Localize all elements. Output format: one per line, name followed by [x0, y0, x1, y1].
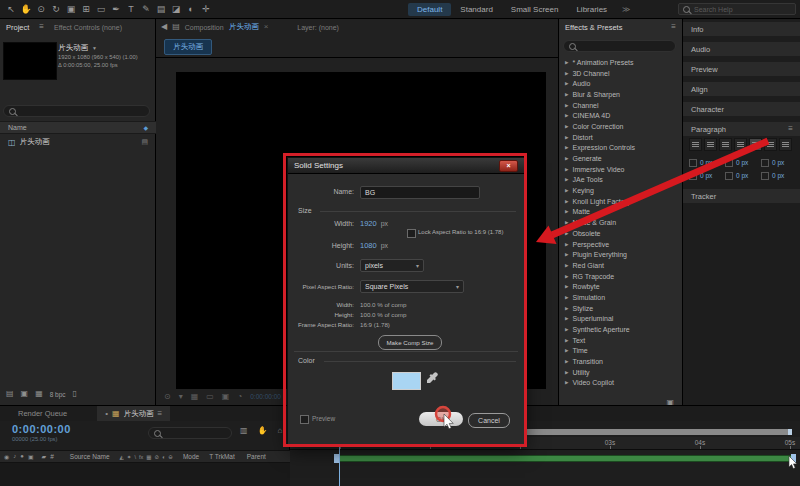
effects-category-row[interactable]: ▶ Simulation [559, 292, 683, 303]
current-timecode[interactable]: 0:00:00:00 [12, 423, 71, 435]
expand-arrow-icon[interactable]: ▶ [565, 156, 568, 161]
paragraph-indent-field[interactable]: 0 px [761, 159, 797, 167]
expand-arrow-icon[interactable]: ▶ [565, 220, 568, 225]
expand-arrow-icon[interactable]: ▶ [565, 327, 568, 332]
effects-category-row[interactable]: ▶ Generate [559, 153, 683, 164]
align-left-button[interactable] [689, 138, 702, 151]
paragraph-indent-field[interactable]: 0 px [689, 172, 725, 180]
lock-icon[interactable]: ▣ [28, 453, 34, 460]
panel-menu-icon[interactable]: ≡ [158, 410, 163, 418]
effects-category-row[interactable]: ▶ CINEMA 4D [559, 110, 683, 121]
tab-render-queue[interactable]: Render Queue [18, 409, 67, 418]
region-of-interest-icon[interactable]: ▭ [206, 393, 214, 401]
close-button[interactable]: × [499, 160, 518, 172]
collapse-panel-icon[interactable]: ◀ [161, 23, 167, 31]
effects-category-row[interactable]: ▶ Distort [559, 132, 683, 143]
column-index[interactable]: # [50, 453, 54, 460]
make-comp-size-button[interactable]: Make Comp Size [378, 335, 442, 350]
panel-header[interactable]: Audio [683, 42, 800, 56]
name-field[interactable]: BG [360, 186, 480, 199]
effects-category-row[interactable]: ▶ Obsolete [559, 228, 683, 239]
new-composition-icon[interactable]: ▦ [35, 390, 43, 398]
frame-blending-master-icon[interactable]: ⌂ [278, 427, 283, 435]
justify-all-button[interactable] [779, 138, 792, 151]
pen-tool-icon[interactable]: ✒ [109, 2, 123, 16]
adjustment-layer-icon[interactable]: ◐ [162, 454, 165, 460]
work-area-end-handle[interactable] [788, 429, 792, 435]
expand-arrow-icon[interactable]: ▶ [565, 135, 568, 140]
new-folder-icon[interactable]: ▣ [21, 390, 29, 398]
shape-tool-icon[interactable]: ▭ [94, 2, 108, 16]
effects-category-row[interactable]: ▶ Expression Controls [559, 143, 683, 154]
effects-category-row[interactable]: ▶ Audio [559, 78, 683, 89]
effects-category-row[interactable]: ▶ Color Correction [559, 121, 683, 132]
viewer-dropdown-icon[interactable]: ▾ [179, 393, 183, 401]
lock-aspect-checkbox[interactable] [407, 229, 416, 238]
type-tool-icon[interactable]: T [124, 2, 138, 16]
close-icon[interactable]: × [264, 23, 269, 31]
project-search-input[interactable] [3, 105, 150, 117]
expand-arrow-icon[interactable]: ▶ [565, 370, 568, 375]
frame-blend-icon[interactable]: ▦ [146, 454, 151, 460]
panel-header[interactable]: Align [683, 82, 800, 96]
project-bit-depth[interactable]: 8 bpc [50, 391, 66, 398]
project-name-column-header[interactable]: Name ◆ [0, 121, 156, 134]
panel-header-tracker[interactable]: Tracker [683, 189, 800, 203]
interpret-footage-icon[interactable]: ▤ [6, 390, 14, 398]
rotation-tool-icon[interactable]: ↻ [49, 2, 63, 16]
expand-arrow-icon[interactable]: ▶ [565, 81, 568, 86]
expand-arrow-icon[interactable]: ▶ [565, 71, 568, 76]
workspace-overflow-icon[interactable]: ≫ [616, 3, 636, 16]
roto-brush-tool-icon[interactable]: ◐ [184, 2, 198, 16]
workspace-standard[interactable]: Standard [451, 3, 501, 16]
effects-category-row[interactable]: ▶ Channel [559, 100, 683, 111]
effects-icon[interactable]: fx [139, 454, 143, 460]
audio-toggle-icon[interactable]: ♪ [13, 453, 16, 460]
expand-arrow-icon[interactable]: ▶ [565, 316, 568, 321]
collapse-transforms-icon[interactable]: ✦ [127, 454, 132, 460]
column-trkmat[interactable]: T TrkMat [209, 453, 235, 460]
expand-arrow-icon[interactable]: ▶ [565, 274, 568, 279]
height-value[interactable]: 1080 [360, 241, 377, 250]
effects-category-row[interactable]: ▶ Plugin Everything [559, 249, 683, 260]
motion-blur-icon[interactable]: ⊘ [154, 454, 159, 460]
workspace-small-screen[interactable]: Small Screen [502, 3, 568, 16]
color-swatch[interactable] [392, 372, 421, 390]
comp-navigator-chip[interactable]: 片头动画 [164, 39, 212, 55]
project-item-row[interactable]: ◫ 片头动画 ▤ [0, 136, 156, 148]
panel-header[interactable]: Preview [683, 62, 800, 76]
dialog-titlebar[interactable]: Solid Settings × [288, 158, 524, 174]
eraser-tool-icon[interactable]: ◪ [169, 2, 183, 16]
expand-arrow-icon[interactable]: ▶ [565, 306, 568, 311]
camera-tool-icon[interactable]: ▣ [64, 2, 78, 16]
brush-tool-icon[interactable]: ✎ [139, 2, 153, 16]
width-value[interactable]: 1920 [360, 219, 377, 228]
timeline-search-input[interactable] [148, 427, 232, 439]
zoom-tool-icon[interactable]: ⊙ [34, 2, 48, 16]
tab-project[interactable]: Project [6, 23, 29, 32]
expand-arrow-icon[interactable]: ▶ [565, 209, 568, 214]
camera-view-icon[interactable]: ▣ [222, 393, 230, 401]
label-color-icon[interactable]: ▰ [42, 453, 47, 460]
expand-arrow-icon[interactable]: ▶ [565, 92, 568, 97]
effects-category-row[interactable]: ▶ Transition [559, 356, 683, 367]
expand-arrow-icon[interactable]: ▶ [565, 380, 568, 385]
effects-category-row[interactable]: ▶ Utility [559, 367, 683, 378]
video-toggle-icon[interactable]: ◉ [4, 453, 9, 460]
expand-arrow-icon[interactable]: ▶ [565, 242, 568, 247]
effects-category-row[interactable]: ▶ Stylize [559, 303, 683, 314]
workspace-libraries[interactable]: Libraries [567, 3, 616, 16]
effects-panel-title[interactable]: Effects & Presets [565, 23, 622, 32]
chevron-down-icon[interactable]: ▼ [92, 45, 97, 51]
expand-arrow-icon[interactable]: ▶ [565, 359, 568, 364]
motion-blur-master-icon[interactable]: ✋ [258, 427, 268, 435]
pan-behind-tool-icon[interactable]: ⊞ [79, 2, 93, 16]
eyedropper-icon[interactable] [426, 371, 438, 389]
panel-menu-icon[interactable]: ≡ [671, 23, 676, 31]
justify-last-center-button[interactable] [749, 138, 762, 151]
expand-arrow-icon[interactable]: ▶ [565, 113, 568, 118]
effects-category-row[interactable]: ▶ 3D Channel [559, 68, 683, 79]
panel-header[interactable]: Info [683, 22, 800, 36]
effects-category-row[interactable]: ▶ Video Copilot [559, 378, 683, 389]
effects-category-row[interactable]: ▶ Matte [559, 207, 683, 218]
